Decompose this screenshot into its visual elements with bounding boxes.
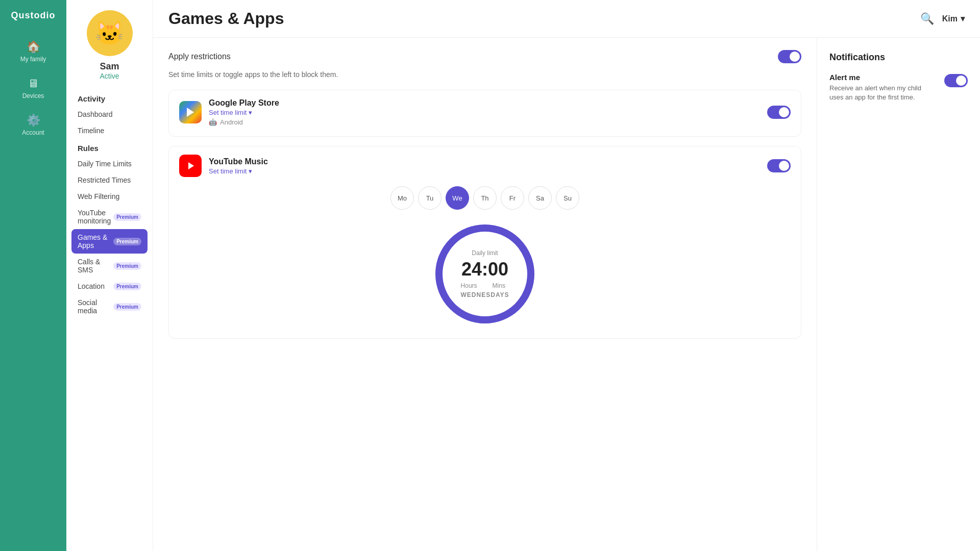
app-info-ytmusic: YouTube Music Set time limit ▾ xyxy=(179,155,268,177)
app-card-youtube-music: YouTube Music Set time limit ▾ Mo xyxy=(168,146,801,339)
topbar: Games & Apps 🔍 Kim ▾ xyxy=(153,0,980,38)
timer-container: Daily limit 24:00 Hours Mins WEDNESDAYS xyxy=(179,218,791,330)
app-time-limit-ytmusic[interactable]: Set time limit ▾ xyxy=(209,167,268,175)
nav-item-location[interactable]: Location Premium xyxy=(71,278,148,294)
sidebar-item-account[interactable]: ⚙️ Account xyxy=(0,109,66,141)
svg-marker-1 xyxy=(188,162,194,169)
sidebar-item-devices[interactable]: 🖥 Devices xyxy=(0,72,66,105)
alert-me-desc: Receive an alert when my child uses an a… xyxy=(829,84,936,102)
app-details-gplay: Google Play Store Set time limit ▾ 🤖 And… xyxy=(209,98,279,126)
app-info-gplay: Google Play Store Set time limit ▾ 🤖 And… xyxy=(179,98,279,126)
premium-badge-calls-sms: Premium xyxy=(113,262,141,270)
nav-item-restricted-times[interactable]: Restricted Times xyxy=(71,172,148,188)
nav-item-dashboard[interactable]: Dashboard xyxy=(71,106,148,122)
avatar: 🐱 xyxy=(87,10,133,56)
nav-label-social-media: Social media xyxy=(78,298,113,315)
apply-restrictions-row: Apply restrictions xyxy=(168,50,801,63)
home-icon: 🏠 xyxy=(27,40,40,54)
account-icon: ⚙️ xyxy=(27,114,40,127)
app-platform-gplay: 🤖 Android xyxy=(209,118,279,126)
devices-icon: 🖥 xyxy=(28,77,39,90)
nav-label-calls-sms: Calls & SMS xyxy=(78,258,113,274)
user-menu[interactable]: Kim ▾ xyxy=(942,14,965,23)
app-toggle-ytmusic[interactable] xyxy=(767,159,791,172)
chevron-down-icon: ▾ xyxy=(961,14,965,23)
nav-item-youtube-monitoring[interactable]: YouTube monitoring Premium xyxy=(71,205,148,229)
sidebar-label-devices: Devices xyxy=(22,92,44,99)
svg-marker-0 xyxy=(187,108,194,117)
app-toggle-gplay[interactable] xyxy=(767,106,791,119)
sidebar-item-my-family[interactable]: 🏠 My family xyxy=(0,35,66,68)
activity-section-title: Activity xyxy=(71,89,148,106)
premium-badge-youtube: Premium xyxy=(113,213,141,221)
app-logo-ytmusic xyxy=(179,155,202,177)
nav-item-daily-time-limits[interactable]: Daily Time Limits xyxy=(71,156,148,172)
android-icon: 🤖 xyxy=(209,118,217,126)
profile-nav-panel: 🐱 Sam Active Activity Dashboard Timeline… xyxy=(66,0,153,551)
day-btn-tu[interactable]: Tu xyxy=(418,186,442,210)
premium-badge-games-apps: Premium xyxy=(113,238,141,245)
nav-label-youtube-monitoring: YouTube monitoring xyxy=(78,209,113,225)
toggle-thumb-gplay xyxy=(779,107,789,117)
sidebar-label-account: Account xyxy=(22,129,44,136)
page-title: Games & Apps xyxy=(168,9,284,28)
hours-label: Hours xyxy=(461,282,477,289)
day-btn-th[interactable]: Th xyxy=(473,186,497,210)
day-btn-su[interactable]: Su xyxy=(556,186,579,210)
time-limit-label-gplay: Set time limit xyxy=(209,109,247,116)
day-btn-we[interactable]: We xyxy=(446,186,469,210)
alert-me-label: Alert me xyxy=(829,73,936,82)
alert-me-toggle[interactable] xyxy=(944,74,968,87)
toggle-thumb-ytmusic xyxy=(779,161,789,171)
nav-item-calls-sms[interactable]: Calls & SMS Premium xyxy=(71,254,148,278)
toggle-thumb xyxy=(790,52,800,62)
app-card-google-play: Google Play Store Set time limit ▾ 🤖 And… xyxy=(168,90,801,137)
profile-name: Sam xyxy=(100,61,119,72)
day-selector: Mo Tu We Th Fr Sa Su xyxy=(179,186,791,210)
timer-daily-label: Daily limit xyxy=(461,249,509,257)
nav-label-location: Location xyxy=(78,282,105,290)
day-btn-sa[interactable]: Sa xyxy=(528,186,552,210)
nav-item-social-media[interactable]: Social media Premium xyxy=(71,294,148,319)
profile-status: Active xyxy=(100,72,119,80)
toggle-thumb-alert xyxy=(956,76,966,86)
nav-item-timeline[interactable]: Timeline xyxy=(71,122,148,139)
day-btn-mo[interactable]: Mo xyxy=(390,186,414,210)
day-btn-fr[interactable]: Fr xyxy=(501,186,524,210)
app-time-limit-gplay[interactable]: Set time limit ▾ xyxy=(209,109,279,116)
timer-circle: Daily limit 24:00 Hours Mins WEDNESDAYS xyxy=(429,218,541,330)
app-logo-gplay xyxy=(179,101,202,123)
alert-info: Alert me Receive an alert when my child … xyxy=(829,73,936,102)
app-rules-panel: Apply restrictions Set time limits or to… xyxy=(153,38,817,551)
chevron-down-icon-ytmusic: ▾ xyxy=(249,167,252,175)
apply-restrictions-toggle[interactable] xyxy=(778,50,801,63)
timer-units: Hours Mins xyxy=(461,282,509,289)
chevron-down-icon-gplay: ▾ xyxy=(249,109,252,116)
alert-me-row: Alert me Receive an alert when my child … xyxy=(829,73,968,102)
mins-label: Mins xyxy=(493,282,505,289)
brand-logo: Qustodio xyxy=(11,10,56,21)
app-card-header-ytmusic: YouTube Music Set time limit ▾ xyxy=(179,155,791,177)
premium-badge-social-media: Premium xyxy=(113,303,141,311)
main-sidebar: Qustodio 🏠 My family 🖥 Devices ⚙️ Accoun… xyxy=(0,0,66,551)
timer-inner: Daily limit 24:00 Hours Mins WEDNESDAYS xyxy=(461,249,509,298)
main-content: Games & Apps 🔍 Kim ▾ Apply restrictions … xyxy=(153,0,980,551)
user-name: Kim xyxy=(942,14,958,23)
nav-item-web-filtering[interactable]: Web Filtering xyxy=(71,188,148,205)
sidebar-label-my-family: My family xyxy=(20,56,46,63)
apply-restrictions-label: Apply restrictions xyxy=(168,52,231,61)
app-name-gplay: Google Play Store xyxy=(209,98,279,108)
notifications-panel: Notifications Alert me Receive an alert … xyxy=(817,38,980,551)
nav-item-games-apps[interactable]: Games & Apps Premium xyxy=(71,229,148,254)
avatar-emoji: 🐱 xyxy=(95,19,124,47)
platform-label-gplay: Android xyxy=(220,118,243,126)
rules-section-title: Rules xyxy=(71,139,148,156)
nav-label-games-apps: Games & Apps xyxy=(78,233,113,249)
timer-value: 24:00 xyxy=(461,259,509,280)
notifications-title: Notifications xyxy=(829,52,968,63)
timer-day-label: WEDNESDAYS xyxy=(461,291,509,298)
search-icon[interactable]: 🔍 xyxy=(920,12,934,26)
content-area: Apply restrictions Set time limits or to… xyxy=(153,38,980,551)
app-card-header-gplay: Google Play Store Set time limit ▾ 🤖 And… xyxy=(179,98,791,126)
app-details-ytmusic: YouTube Music Set time limit ▾ xyxy=(209,157,268,175)
